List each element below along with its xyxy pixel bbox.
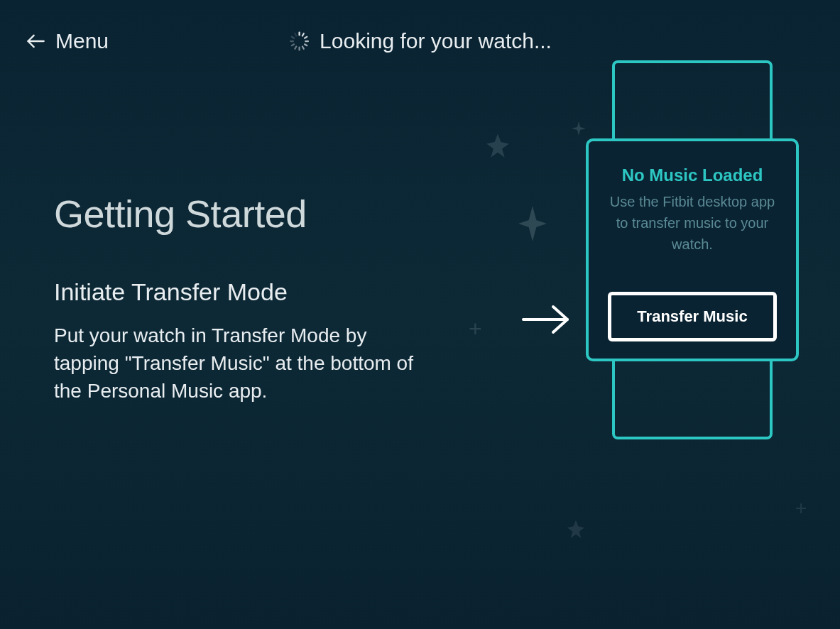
description: Put your watch in Transfer Mode by tappi… — [54, 322, 423, 405]
svg-rect-10 — [290, 40, 294, 42]
transfer-music-button: Transfer Music — [608, 292, 777, 341]
watch-screen-title: No Music Loaded — [606, 165, 779, 185]
page-title: Getting Started — [54, 192, 452, 236]
main-content: Getting Started Initiate Transfer Mode P… — [0, 57, 840, 405]
pointer-arrow-icon — [520, 302, 572, 337]
watch-band-bottom — [612, 361, 773, 439]
transfer-music-label: Transfer Music — [637, 307, 747, 326]
menu-label: Menu — [55, 29, 109, 53]
status-area: Looking for your watch... — [288, 29, 552, 53]
menu-button[interactable]: Menu — [26, 29, 109, 53]
watch-illustration: No Music Loaded Use the Fitbit desktop a… — [586, 60, 799, 439]
watch-band-top — [612, 60, 773, 138]
svg-rect-6 — [301, 45, 305, 50]
svg-rect-7 — [298, 47, 300, 51]
svg-rect-4 — [305, 40, 309, 42]
svg-rect-2 — [301, 33, 305, 37]
star-icon — [564, 518, 587, 541]
svg-rect-8 — [293, 45, 297, 50]
status-text: Looking for your watch... — [320, 29, 552, 53]
back-arrow-icon — [26, 31, 45, 51]
svg-rect-11 — [290, 35, 295, 39]
svg-rect-9 — [290, 43, 295, 47]
subtitle: Initiate Transfer Mode — [54, 278, 452, 306]
svg-rect-3 — [303, 35, 307, 39]
header: Menu Looking for your watch... — [0, 0, 840, 57]
spinner-icon — [288, 31, 310, 52]
watch-screen: No Music Loaded Use the Fitbit desktop a… — [586, 138, 799, 361]
svg-rect-1 — [298, 32, 300, 36]
svg-rect-5 — [303, 43, 307, 47]
plus-icon: + — [795, 497, 807, 520]
svg-rect-12 — [293, 33, 297, 37]
watch-screen-desc: Use the Fitbit desktop app to transfer m… — [606, 191, 779, 255]
